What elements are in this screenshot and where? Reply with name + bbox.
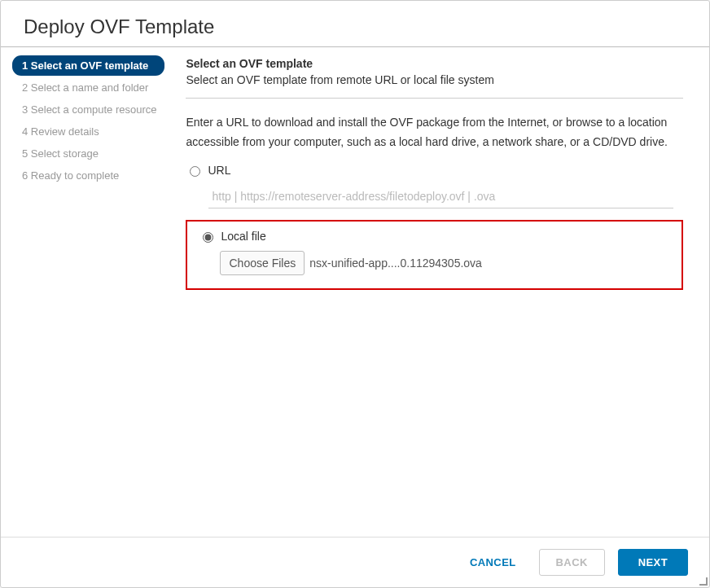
- choose-files-row: Choose Files nsx-unified-app....0.112943…: [220, 251, 670, 275]
- dialog-body: 1 Select an OVF template 2 Select a name…: [1, 47, 709, 537]
- wizard-content: Select an OVF template Select an OVF tem…: [171, 47, 703, 537]
- content-description: Enter a URL to download and install the …: [186, 113, 683, 152]
- local-file-option-label: Local file: [221, 230, 265, 243]
- next-button[interactable]: NEXT: [618, 549, 688, 576]
- step-select-name-folder: 2 Select a name and folder: [12, 77, 164, 98]
- url-input[interactable]: [208, 185, 673, 208]
- divider: [186, 98, 683, 99]
- url-option-row[interactable]: URL: [186, 164, 683, 177]
- back-button: BACK: [539, 549, 605, 576]
- choose-files-button[interactable]: Choose Files: [220, 251, 305, 275]
- local-file-radio[interactable]: [203, 232, 213, 243]
- step-review-details: 4 Review details: [12, 121, 164, 142]
- dialog-footer: CANCEL BACK NEXT: [1, 537, 709, 587]
- url-radio[interactable]: [190, 166, 200, 177]
- step-select-compute-resource: 3 Select a compute resource: [12, 99, 164, 120]
- step-ready-to-complete: 6 Ready to complete: [12, 165, 164, 186]
- step-select-ovf-template[interactable]: 1 Select an OVF template: [12, 55, 164, 76]
- step-select-storage: 5 Select storage: [12, 143, 164, 164]
- wizard-steps: 1 Select an OVF template 2 Select a name…: [1, 47, 171, 537]
- cancel-button[interactable]: CANCEL: [460, 550, 526, 575]
- content-heading: Select an OVF template: [186, 57, 683, 70]
- chosen-filename: nsx-unified-app....0.11294305.ova: [309, 257, 482, 270]
- dialog-title: Deploy OVF Template: [1, 1, 709, 47]
- deploy-ovf-dialog: Deploy OVF Template 1 Select an OVF temp…: [0, 0, 710, 588]
- url-option-label: URL: [208, 164, 230, 177]
- local-file-option-row[interactable]: Local file: [199, 230, 670, 243]
- content-subheading: Select an OVF template from remote URL o…: [186, 73, 683, 86]
- local-file-highlight: Local file Choose Files nsx-unified-app.…: [186, 220, 683, 290]
